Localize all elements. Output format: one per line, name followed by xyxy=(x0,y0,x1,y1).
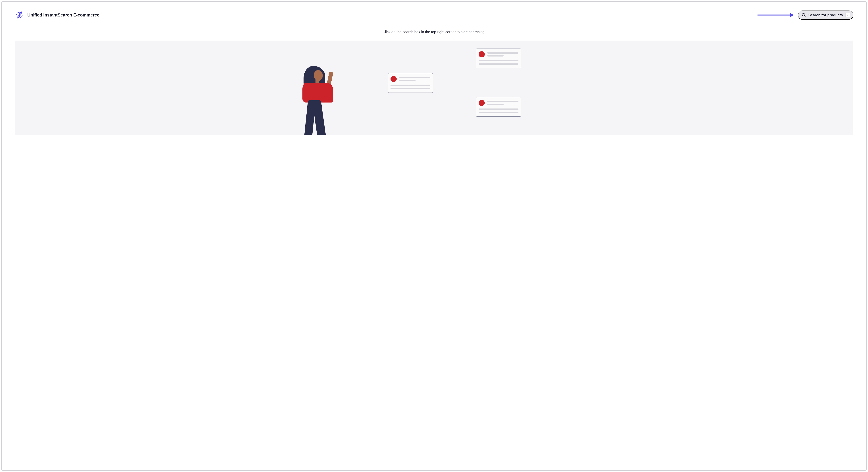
search-placeholder: Search for products xyxy=(808,13,843,17)
instruction-text: Click on the search box in the top-right… xyxy=(15,30,853,34)
svg-line-2 xyxy=(804,15,805,17)
hero-illustration xyxy=(15,40,853,135)
illustration-result-card xyxy=(388,73,433,93)
illustration-result-card xyxy=(476,97,521,117)
header-right: Search for products / xyxy=(757,10,853,20)
app-frame: Unified InstantSearch E-commerce Search … xyxy=(1,1,867,471)
illustration-result-card xyxy=(476,49,521,68)
app-title: Unified InstantSearch E-commerce xyxy=(27,12,99,18)
lightning-refresh-icon xyxy=(15,10,24,20)
dot-icon xyxy=(478,51,485,57)
search-shortcut-key: / xyxy=(845,13,850,18)
dot-icon xyxy=(478,100,485,106)
search-icon xyxy=(802,13,806,18)
search-button[interactable]: Search for products / xyxy=(798,10,853,20)
dot-icon xyxy=(391,76,397,82)
arrow-right-icon xyxy=(757,13,794,17)
brand: Unified InstantSearch E-commerce xyxy=(15,10,99,20)
svg-marker-0 xyxy=(18,13,21,17)
illustration-person xyxy=(300,66,336,135)
header: Unified InstantSearch E-commerce Search … xyxy=(15,10,853,20)
